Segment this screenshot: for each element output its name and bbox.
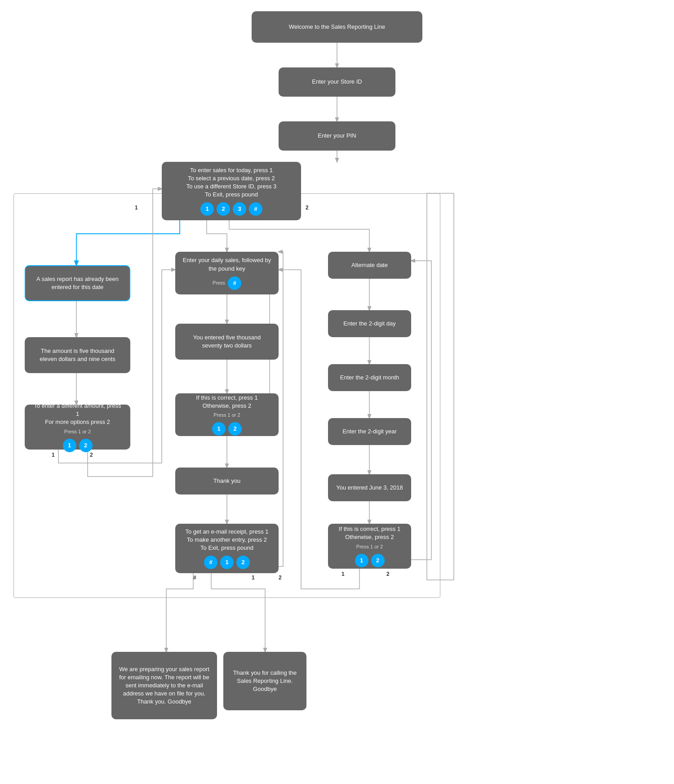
you-entered-date-text: You entered June 3, 2018 [336, 484, 403, 492]
enter-year-text: Enter the 2-digit year [342, 428, 397, 436]
enter-daily-text: Enter your daily sales, followed by the … [182, 256, 271, 272]
badge-email-2[interactable]: 2 [236, 556, 250, 569]
thank-you-goodbye-text: Thank you for calling the Sales Reportin… [231, 669, 299, 694]
label-email-1: 1 [252, 575, 255, 581]
store-id-text: Enter your Store ID [312, 78, 362, 86]
enter-different-node: To enter a different amount, press 1 For… [25, 405, 130, 450]
enter-day-text: Enter the 2-digit day [343, 320, 395, 328]
badge-1[interactable]: 1 [200, 202, 214, 216]
badge-diff-2[interactable]: 2 [79, 439, 93, 452]
options-text: To enter sales for today, press 1 To sel… [186, 166, 277, 199]
label-branch-2: 2 [306, 205, 309, 211]
already-entered-node: A sales report has already been entered … [25, 265, 130, 301]
press-1or2-date-label: Press 1 or 2 [356, 543, 383, 550]
alternate-date-text: Alternate date [351, 261, 388, 269]
already-entered-text: A sales report has already been entered … [33, 275, 122, 291]
press-1or2-label: Press 1 or 2 [213, 412, 240, 419]
options-menu-node: To enter sales for today, press 1 To sel… [162, 162, 301, 220]
you-entered-node: You entered five thousand seventy two do… [175, 324, 279, 360]
badge-correct-2[interactable]: 2 [228, 422, 242, 436]
you-entered-text: You entered five thousand seventy two do… [182, 334, 271, 350]
amount-info-node: The amount is five thousand eleven dolla… [25, 337, 130, 373]
enter-month-node: Enter the 2-digit month [328, 364, 411, 391]
preparing-email-node: We are preparing your sales report for e… [111, 652, 217, 719]
enter-daily-sales-node: Enter your daily sales, followed by the … [175, 252, 279, 294]
label-email-hash: # [193, 575, 196, 581]
badge-date-1[interactable]: 1 [355, 554, 368, 567]
label-diff-1: 1 [52, 452, 55, 458]
if-correct-date-node: If this is correct, press 1 Otherwise, p… [328, 524, 411, 569]
badge-3[interactable]: 3 [233, 202, 246, 216]
thank-you-node: Thank you [175, 468, 279, 494]
thank-you-text: Thank you [213, 477, 241, 485]
label-email-2: 2 [279, 575, 282, 581]
if-correct-text: If this is correct, press 1 Otherwise, p… [196, 394, 257, 410]
you-entered-date-node: You entered June 3, 2018 [328, 474, 411, 501]
email-options-node: To get an e-mail receipt, press 1 To mak… [175, 524, 279, 573]
badge-diff-1[interactable]: 1 [63, 439, 76, 452]
if-correct-date-text: If this is correct, press 1 Otherwise, p… [339, 525, 400, 541]
email-options-text: To get an e-mail receipt, press 1 To mak… [186, 528, 269, 552]
pin-node: Enter your PIN [279, 121, 395, 151]
svg-rect-14 [427, 193, 454, 580]
store-id-node: Enter your Store ID [279, 67, 395, 97]
welcome-text: Welcome to the Sales Reporting Line [289, 23, 385, 31]
if-correct-node: If this is correct, press 1 Otherwise, p… [175, 393, 279, 436]
enter-different-text: To enter a different amount, press 1 For… [32, 402, 123, 427]
badge-date-2[interactable]: 2 [371, 554, 385, 567]
label-date-1: 1 [341, 571, 345, 577]
badge-hash[interactable]: # [249, 202, 262, 216]
label-date-2: 2 [386, 571, 390, 577]
label-branch-1: 1 [135, 205, 138, 211]
thank-you-goodbye-node: Thank you for calling the Sales Reportin… [223, 652, 306, 710]
badge-2[interactable]: 2 [217, 202, 230, 216]
badge-correct-1[interactable]: 1 [212, 422, 226, 436]
alternate-date-node: Alternate date [328, 252, 411, 279]
label-diff-2: 2 [90, 452, 93, 458]
amount-info-text: The amount is five thousand eleven dolla… [32, 347, 123, 363]
preparing-email-text: We are preparing your sales report for e… [119, 665, 210, 706]
enter-day-node: Enter the 2-digit day [328, 310, 411, 337]
welcome-node: Welcome to the Sales Reporting Line [252, 11, 422, 43]
badge-email-hash[interactable]: # [204, 556, 217, 569]
enter-year-node: Enter the 2-digit year [328, 418, 411, 445]
enter-month-text: Enter the 2-digit month [340, 374, 399, 382]
pin-text: Enter your PIN [318, 132, 356, 140]
badge-email-1[interactable]: 1 [220, 556, 234, 569]
badge-pound-daily[interactable]: # [228, 276, 241, 290]
press-label: Press 1 or 2 [64, 428, 91, 435]
press-label-daily: Press [213, 280, 225, 286]
